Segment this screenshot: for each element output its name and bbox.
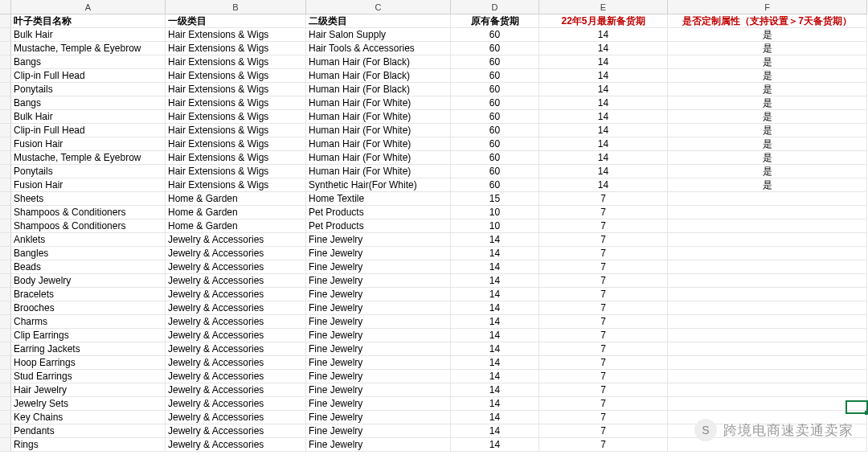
row-number[interactable] bbox=[0, 178, 11, 192]
cell-D[interactable]: 14 bbox=[451, 329, 539, 342]
cell-C[interactable]: Home Textile bbox=[306, 192, 451, 206]
cell-B[interactable]: Hair Extensions & Wigs bbox=[166, 69, 306, 83]
cell-B[interactable]: Jewelry & Accessories bbox=[166, 247, 306, 260]
cell-D[interactable]: 14 bbox=[451, 342, 539, 356]
cell-D[interactable]: 14 bbox=[451, 356, 539, 370]
cell-E[interactable]: 14 bbox=[539, 110, 668, 124]
cell-A[interactable]: Hair Jewelry bbox=[11, 383, 166, 397]
cell-B[interactable]: Hair Extensions & Wigs bbox=[166, 83, 306, 96]
cell-E[interactable]: 14 bbox=[539, 165, 668, 178]
cell-C[interactable]: Human Hair (For White) bbox=[306, 96, 451, 110]
cell-E[interactable]: 7 bbox=[539, 315, 668, 329]
cell-B[interactable]: Jewelry & Accessories bbox=[166, 397, 306, 411]
header-cell-custom-attr[interactable]: 是否定制属性（支持设置＞7天备货期） bbox=[668, 14, 867, 28]
cell-F[interactable]: 是 bbox=[668, 96, 867, 110]
cell-F[interactable] bbox=[668, 342, 867, 356]
row-number[interactable] bbox=[0, 165, 11, 178]
cell-D[interactable]: 60 bbox=[451, 165, 539, 178]
cell-A[interactable]: Bangs bbox=[11, 55, 166, 69]
cell-F[interactable] bbox=[668, 233, 867, 247]
cell-B[interactable]: Jewelry & Accessories bbox=[166, 288, 306, 301]
cell-A[interactable]: Pendants bbox=[11, 424, 166, 438]
cell-A[interactable]: Clip Earrings bbox=[11, 329, 166, 342]
cell-F[interactable] bbox=[668, 329, 867, 342]
cell-F[interactable]: 是 bbox=[668, 42, 867, 55]
cell-C[interactable]: Fine Jewelry bbox=[306, 329, 451, 342]
cell-B[interactable]: Hair Extensions & Wigs bbox=[166, 96, 306, 110]
cell-D[interactable]: 14 bbox=[451, 247, 539, 260]
cell-E[interactable]: 7 bbox=[539, 370, 668, 383]
cell-F[interactable]: 是 bbox=[668, 178, 867, 192]
header-cell-original-leadtime[interactable]: 原有备货期 bbox=[451, 14, 539, 28]
cell-E[interactable]: 7 bbox=[539, 288, 668, 301]
cell-C[interactable]: Human Hair (For White) bbox=[306, 110, 451, 124]
row-number[interactable] bbox=[0, 28, 11, 42]
cell-B[interactable]: Hair Extensions & Wigs bbox=[166, 55, 306, 69]
cell-F[interactable] bbox=[668, 356, 867, 370]
col-header-B[interactable]: B bbox=[166, 0, 306, 14]
cell-E[interactable]: 7 bbox=[539, 411, 668, 424]
cell-F[interactable] bbox=[668, 206, 867, 219]
row-number[interactable] bbox=[0, 274, 11, 288]
cell-E[interactable]: 7 bbox=[539, 383, 668, 397]
cell-E[interactable]: 14 bbox=[539, 124, 668, 137]
cell-F[interactable] bbox=[668, 192, 867, 206]
cell-E[interactable]: 7 bbox=[539, 233, 668, 247]
cell-C[interactable]: Fine Jewelry bbox=[306, 233, 451, 247]
cell-D[interactable]: 10 bbox=[451, 219, 539, 233]
cell-A[interactable]: Bulk Hair bbox=[11, 110, 166, 124]
cell-D[interactable]: 14 bbox=[451, 383, 539, 397]
cell-F[interactable] bbox=[668, 397, 867, 411]
cell-D[interactable]: 15 bbox=[451, 192, 539, 206]
row-number[interactable] bbox=[0, 411, 11, 424]
cell-A[interactable]: Clip-in Full Head bbox=[11, 69, 166, 83]
cell-B[interactable]: Jewelry & Accessories bbox=[166, 438, 306, 452]
cell-B[interactable]: Jewelry & Accessories bbox=[166, 411, 306, 424]
cell-A[interactable]: Bracelets bbox=[11, 288, 166, 301]
cell-A[interactable]: Clip-in Full Head bbox=[11, 124, 166, 137]
cell-E[interactable]: 7 bbox=[539, 397, 668, 411]
cell-F[interactable] bbox=[668, 288, 867, 301]
corner-cell[interactable] bbox=[0, 0, 11, 14]
row-number[interactable] bbox=[0, 424, 11, 438]
cell-C[interactable]: Fine Jewelry bbox=[306, 260, 451, 274]
cell-F[interactable] bbox=[668, 424, 867, 438]
cell-C[interactable]: Fine Jewelry bbox=[306, 315, 451, 329]
cell-D[interactable]: 14 bbox=[451, 301, 539, 315]
row-number[interactable] bbox=[0, 260, 11, 274]
cell-C[interactable]: Pet Products bbox=[306, 219, 451, 233]
cell-C[interactable]: Human Hair (For White) bbox=[306, 137, 451, 151]
cell-F[interactable] bbox=[668, 315, 867, 329]
cell-B[interactable]: Jewelry & Accessories bbox=[166, 301, 306, 315]
row-number[interactable] bbox=[0, 342, 11, 356]
cell-C[interactable]: Human Hair (For White) bbox=[306, 124, 451, 137]
row-number[interactable] bbox=[0, 315, 11, 329]
row-number[interactable] bbox=[0, 301, 11, 315]
cell-D[interactable]: 10 bbox=[451, 206, 539, 219]
cell-D[interactable]: 60 bbox=[451, 42, 539, 55]
row-number[interactable] bbox=[0, 151, 11, 165]
header-cell-new-leadtime[interactable]: 22年5月最新备货期 bbox=[539, 14, 668, 28]
cell-E[interactable]: 14 bbox=[539, 151, 668, 165]
cell-F[interactable]: 是 bbox=[668, 151, 867, 165]
cell-C[interactable]: Fine Jewelry bbox=[306, 356, 451, 370]
cell-D[interactable]: 14 bbox=[451, 411, 539, 424]
header-cell-level2[interactable]: 二级类目 bbox=[306, 14, 451, 28]
cell-F[interactable]: 是 bbox=[668, 83, 867, 96]
row-number[interactable] bbox=[0, 233, 11, 247]
cell-F[interactable] bbox=[668, 411, 867, 424]
cell-F[interactable]: 是 bbox=[668, 124, 867, 137]
cell-D[interactable]: 14 bbox=[451, 274, 539, 288]
cell-A[interactable]: Mustache, Temple & Eyebrow bbox=[11, 151, 166, 165]
cell-B[interactable]: Jewelry & Accessories bbox=[166, 315, 306, 329]
cell-D[interactable]: 14 bbox=[451, 288, 539, 301]
cell-A[interactable]: Key Chains bbox=[11, 411, 166, 424]
cell-A[interactable]: Bangles bbox=[11, 247, 166, 260]
cell-E[interactable]: 14 bbox=[539, 55, 668, 69]
cell-E[interactable]: 7 bbox=[539, 247, 668, 260]
cell-E[interactable]: 7 bbox=[539, 438, 668, 452]
header-cell-level1[interactable]: 一级类目 bbox=[166, 14, 306, 28]
col-header-D[interactable]: D bbox=[451, 0, 539, 14]
cell-D[interactable]: 14 bbox=[451, 397, 539, 411]
cell-C[interactable]: Fine Jewelry bbox=[306, 288, 451, 301]
